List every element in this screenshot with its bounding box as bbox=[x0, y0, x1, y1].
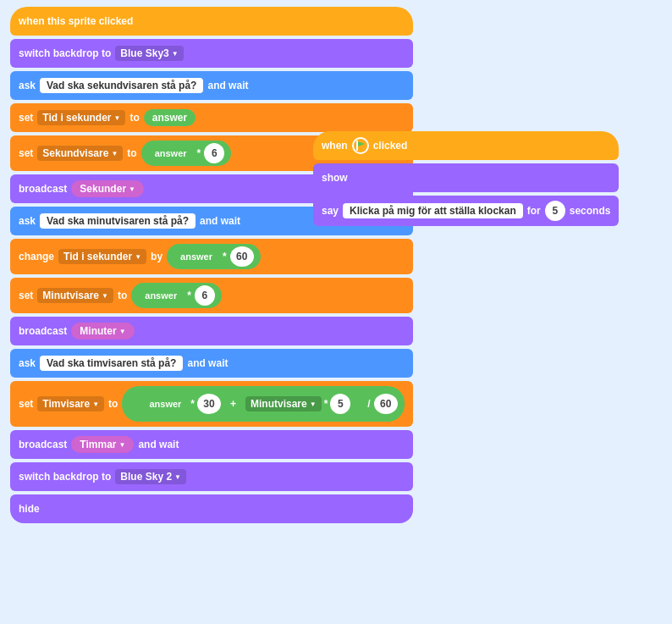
when-sprite-clicked-block[interactable]: when this sprite clicked bbox=[10, 7, 413, 36]
ask-seconds-input[interactable]: Vad ska sekundvisaren stå på? bbox=[40, 78, 203, 93]
and-wait-label-2: and wait bbox=[200, 215, 240, 227]
ask-hours-block[interactable]: ask Vad ska timvisaren stå på? and wait bbox=[10, 349, 413, 378]
minutvisare-dropdown[interactable]: Minutvisare ▼ bbox=[37, 288, 113, 303]
ask-label-1: ask bbox=[19, 80, 36, 91]
num-5: 5 bbox=[330, 394, 350, 414]
when-label: when bbox=[322, 140, 348, 152]
when-flag-clicked-block[interactable]: when clicked bbox=[313, 131, 619, 160]
ask-label-2: ask bbox=[19, 215, 36, 227]
right-stack: when clicked show say Klicka på mig för … bbox=[313, 131, 619, 228]
and-wait-label-1: and wait bbox=[207, 80, 248, 91]
set-label-3: set bbox=[19, 290, 33, 301]
num-30: 30 bbox=[197, 394, 221, 414]
sekunder-msg[interactable]: Sekunder ▼ bbox=[71, 180, 144, 197]
say-block[interactable]: say Klicka på mig för att ställa klockan… bbox=[313, 196, 619, 226]
change-label: change bbox=[19, 251, 54, 262]
mult-minutvisare-5: Minutvisare ▼ * 5 bbox=[239, 391, 357, 417]
tid-dropdown[interactable]: Tid i sekunder ▼ bbox=[37, 110, 125, 125]
ask-label-3: ask bbox=[19, 357, 36, 369]
dropdown-arrow-icon: ▼ bbox=[135, 253, 141, 261]
broadcast-label-2: broadcast bbox=[19, 325, 67, 337]
backdrop-dropdown-1[interactable]: Blue Sky3 ▼ bbox=[115, 46, 183, 61]
svg-rect-0 bbox=[356, 141, 358, 151]
broadcast-timmar-block[interactable]: broadcast Timmar ▼ and wait bbox=[10, 430, 413, 459]
timmar-msg[interactable]: Timmar ▼ bbox=[71, 436, 134, 453]
to-label-3: to bbox=[118, 290, 127, 301]
dropdown-arrow-icon: ▼ bbox=[310, 400, 317, 408]
broadcast-label-3: broadcast bbox=[19, 439, 67, 450]
by-label: by bbox=[151, 251, 162, 262]
set-label-4: set bbox=[19, 398, 33, 410]
set-timvisare-block[interactable]: set Timvisare ▼ to answer * 30 + Mi bbox=[10, 381, 413, 427]
seconds-label: seconds bbox=[570, 205, 611, 217]
switch-backdrop-label: switch backdrop to bbox=[19, 47, 111, 59]
to-label-4: to bbox=[108, 398, 118, 410]
switch-backdrop-label-2: switch backdrop to bbox=[19, 471, 111, 483]
change-tid-block[interactable]: change Tid i sekunder ▼ by answer * 60 bbox=[10, 239, 413, 274]
num-60-2: 60 bbox=[374, 394, 398, 414]
answer-oval-3: answer bbox=[174, 250, 219, 263]
answer-oval-5: answer bbox=[142, 397, 188, 411]
say-text-input[interactable]: Klicka på mig för att ställa klockan bbox=[343, 203, 523, 218]
sekundvisare-dropdown[interactable]: Sekundvisare ▼ bbox=[37, 146, 123, 161]
hide-block[interactable]: hide bbox=[10, 494, 413, 523]
broadcast-label-1: broadcast bbox=[19, 183, 67, 195]
dropdown-arrow-icon: ▼ bbox=[172, 50, 179, 58]
dropdown-arrow-icon: ▼ bbox=[119, 441, 126, 449]
show-block[interactable]: show bbox=[313, 163, 619, 192]
left-stack: when this sprite clicked switch backdrop… bbox=[10, 7, 413, 523]
to-label-1: to bbox=[129, 112, 139, 124]
and-wait-label-3: and wait bbox=[187, 357, 228, 369]
minuter-msg[interactable]: Minuter ▼ bbox=[71, 323, 134, 340]
switch-backdrop-2-block[interactable]: switch backdrop to Blue Sky 2 ▼ bbox=[10, 462, 413, 491]
num-5-say: 5 bbox=[545, 201, 565, 221]
ask-hours-input[interactable]: Vad ska timvisaren stå på? bbox=[40, 356, 183, 371]
set-label-2: set bbox=[19, 147, 33, 159]
dropdown-arrow-icon: ▼ bbox=[102, 292, 108, 300]
ask-minutes-input[interactable]: Vad ska minutvisaren stå på? bbox=[40, 213, 196, 229]
flag-icon bbox=[352, 137, 369, 154]
hide-label: hide bbox=[19, 503, 40, 515]
set-minutvisare-block[interactable]: set Minutvisare ▼ to answer * 6 bbox=[10, 278, 413, 313]
multiply-op-2: answer * 60 bbox=[167, 244, 261, 269]
dropdown-arrow-icon: ▼ bbox=[129, 185, 135, 193]
for-label: for bbox=[527, 205, 541, 217]
svg-marker-1 bbox=[358, 141, 365, 146]
broadcast-minuter-block[interactable]: broadcast Minuter ▼ bbox=[10, 317, 413, 345]
mult-answer-30: answer * 30 bbox=[135, 391, 228, 417]
div-op: answer * 30 + Minutvisare ▼ * 5 / bbox=[122, 386, 404, 422]
num-6-1: 6 bbox=[204, 143, 224, 163]
to-label-2: to bbox=[127, 147, 136, 159]
tid-dropdown-2[interactable]: Tid i sekunder ▼ bbox=[58, 249, 146, 264]
multiply-op-3: answer * 6 bbox=[131, 283, 222, 308]
num-6-2: 6 bbox=[195, 285, 215, 306]
num-60-1: 60 bbox=[230, 246, 254, 267]
say-label: say bbox=[322, 205, 339, 217]
minutvisare-oval[interactable]: Minutvisare ▼ bbox=[245, 396, 322, 411]
scratch-canvas: when this sprite clicked switch backdrop… bbox=[0, 0, 672, 624]
event-label: when this sprite clicked bbox=[19, 15, 133, 27]
ask-seconds-block[interactable]: ask Vad ska sekundvisaren stå på? and wa… bbox=[10, 71, 413, 100]
and-wait-label-4: and wait bbox=[138, 439, 179, 450]
dropdown-arrow-icon: ▼ bbox=[113, 114, 120, 122]
dropdown-arrow-icon: ▼ bbox=[92, 400, 99, 408]
answer-oval-1: answer bbox=[144, 109, 196, 126]
multiply-op-1: answer * 6 bbox=[141, 141, 232, 166]
set-tid-block[interactable]: set Tid i sekunder ▼ to answer bbox=[10, 103, 413, 132]
clicked-label: clicked bbox=[373, 140, 408, 152]
timvisare-dropdown[interactable]: Timvisare ▼ bbox=[37, 396, 104, 411]
switch-backdrop-1-block[interactable]: switch backdrop to Blue Sky3 ▼ bbox=[10, 39, 413, 68]
show-label: show bbox=[322, 172, 348, 184]
backdrop-dropdown-2[interactable]: Blue Sky 2 ▼ bbox=[115, 469, 186, 484]
dropdown-arrow-icon: ▼ bbox=[119, 328, 126, 335]
plus-label: + bbox=[230, 398, 236, 410]
dropdown-arrow-icon: ▼ bbox=[111, 150, 118, 157]
add-op: answer * 30 + Minutvisare ▼ * 5 bbox=[129, 389, 364, 419]
answer-oval-2: answer bbox=[148, 146, 194, 160]
answer-oval-4: answer bbox=[138, 289, 184, 302]
set-label-1: set bbox=[19, 112, 33, 124]
dropdown-arrow-icon: ▼ bbox=[174, 473, 181, 481]
